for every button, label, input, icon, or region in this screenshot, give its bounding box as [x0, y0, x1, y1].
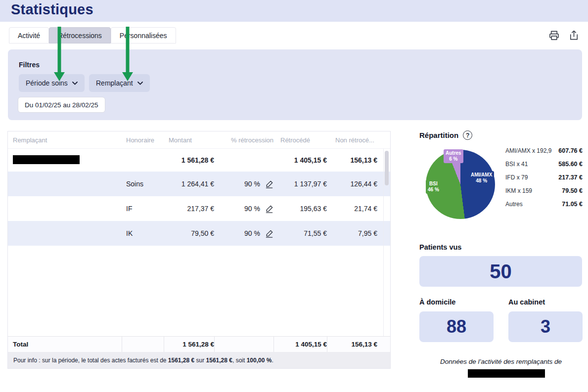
header-pct-retrocession: % rétrocession [214, 136, 273, 144]
pie-label-autres: Autres 6 % [444, 149, 463, 163]
printer-icon [548, 30, 560, 41]
table-scrollbar [383, 149, 390, 336]
total-label: Total [8, 337, 122, 352]
table-row-summary: 1 561,28 € 1 405,15 € 156,13 € [8, 149, 390, 172]
edit-pct-button[interactable] [265, 229, 273, 238]
toolbar-icons [547, 29, 580, 42]
header-montant: Montant [164, 136, 214, 144]
repartition-pie-chart: Autres 6 % AMI/AMX 48 % BSI 46 % [424, 148, 497, 220]
repartition-header: Répartition ? [419, 131, 472, 140]
table-scrollbar-thumb[interactable] [385, 151, 389, 185]
tab-activite[interactable]: Activité [9, 27, 49, 44]
cell-montant: 217,37 € [164, 205, 214, 213]
cell-montant: 79,50 € [164, 229, 214, 237]
footnote-total-facture: 1561,28 € [168, 357, 194, 364]
header-remplacant: Remplaçant [8, 136, 122, 144]
total-retrocede: 1 405,15 € [273, 337, 327, 352]
summary-retrocede: 1 405,15 € [273, 156, 327, 164]
chevron-down-icon [72, 82, 78, 85]
a-domicile-label: À domicile [419, 298, 455, 306]
patients-vus-label: Patients vus [419, 243, 461, 251]
export-button[interactable] [567, 29, 580, 42]
cell-retrocede: 1 137,97 € [273, 180, 327, 188]
footnote-text: Pour info : sur la période, le total des… [13, 357, 168, 364]
table-empty-area [8, 246, 390, 336]
filters-panel: Filtres Période soins Remplaçant Du 01/0… [8, 49, 582, 120]
tab-retrocessions[interactable]: Rétrocessions [49, 27, 111, 44]
periode-soins-dropdown[interactable]: Période soins [19, 74, 85, 92]
table-header-row: Remplaçant Honoraire Montant % rétrocess… [8, 131, 390, 149]
cell-pct: 90 % [244, 180, 260, 188]
au-cabinet-value: 3 [541, 316, 550, 337]
footer-note: Données de l’activité des remplaçants de [419, 358, 583, 365]
patients-vus-box: 50 [419, 256, 582, 287]
table-row-ik: IK 79,50 € 90 % 71,55 € 7,95 € [8, 221, 390, 246]
tab-personnalisees[interactable]: Personnalisées [111, 27, 176, 44]
table-total-row: Total 1 561,28 € 1 405,15 € 156,13 € [8, 336, 390, 352]
cell-non-retrocede: 7,95 € [327, 229, 377, 237]
periode-soins-label: Période soins [26, 79, 68, 87]
cell-non-retrocede: 126,44 € [327, 180, 377, 188]
footnote-pourcentage: 100,00 % [247, 357, 272, 364]
repartition-legend: AMI/AMX x 192,9 607.76 € BSI x 41 585.60… [505, 147, 583, 208]
cell-pct: 90 % [244, 205, 260, 213]
retrocessions-table: Remplaçant Honoraire Montant % rétrocess… [7, 131, 391, 369]
table-footnote: Pour info : sur la période, le total des… [8, 352, 390, 368]
table-row-if: IF 217,37 € 90 % 195,63 € 21,74 € [8, 196, 390, 221]
cell-montant: 1 264,41 € [164, 180, 214, 188]
tab-bar: Activité Rétrocessions Personnalisées [9, 27, 176, 44]
au-cabinet-box: 3 [508, 311, 583, 342]
header-retrocede: Rétrocédé [273, 136, 327, 144]
chevron-down-icon [137, 82, 143, 85]
pie-label-bsi: BSI 46 % [426, 180, 441, 194]
a-domicile-value: 88 [447, 316, 466, 337]
summary-montant: 1 561,28 € [164, 156, 214, 164]
date-range-chip[interactable]: Du 01/02/25 au 28/02/25 [18, 97, 105, 113]
remplacant-label: Remplaçant [96, 79, 133, 87]
header-honoraire: Honoraire [122, 136, 164, 144]
statistics-page: Statistiques Activité Rétrocessions Pers… [0, 0, 588, 392]
legend-item: IKM x 159 79.50 € [505, 187, 583, 194]
remplacant-dropdown[interactable]: Remplaçant [89, 74, 150, 92]
cell-pct: 90 % [244, 229, 260, 237]
legend-item: BSI x 41 585.60 € [505, 161, 583, 168]
header-non-retrocede: Non rétrocé... [327, 136, 377, 144]
edit-pct-button[interactable] [265, 180, 273, 188]
cell-honoraire: IF [122, 205, 164, 213]
legend-item: AMI/AMX x 192,9 607.76 € [505, 147, 583, 154]
print-button[interactable] [547, 29, 560, 42]
patients-vus-value: 50 [490, 261, 512, 283]
cell-retrocede: 71,55 € [273, 229, 327, 237]
cell-non-retrocede: 21,74 € [327, 205, 377, 213]
total-non-retrocede: 156,13 € [327, 337, 377, 352]
table-body: 1 561,28 € 1 405,15 € 156,13 € Soins 1 2… [8, 149, 390, 336]
pencil-icon [265, 229, 273, 238]
a-domicile-box: 88 [419, 311, 494, 342]
repartition-title: Répartition [419, 131, 458, 139]
cell-honoraire: Soins [122, 180, 164, 188]
cell-honoraire: IK [122, 229, 164, 237]
pencil-icon [265, 205, 273, 213]
summary-non-retrocede: 156,13 € [327, 156, 377, 164]
legend-item: IFD x 79 217.37 € [505, 174, 583, 181]
help-icon[interactable]: ? [463, 131, 472, 140]
share-icon [568, 30, 580, 41]
pie-label-ami-amx: AMI/AMX 48 % [469, 171, 494, 185]
cell-retrocede: 195,63 € [273, 205, 327, 213]
pencil-icon [265, 180, 273, 188]
footnote-total-periode: 1561,28 € [206, 357, 232, 364]
redacted-remplacant-name [13, 155, 80, 164]
edit-pct-button[interactable] [265, 205, 273, 213]
au-cabinet-label: Au cabinet [508, 298, 545, 306]
table-row-soins: Soins 1 264,41 € 90 % 1 137,97 € 126,44 … [8, 172, 390, 196]
legend-item: Autres 71.05 € [505, 201, 583, 208]
page-title: Statistiques [11, 1, 93, 18]
filters-title: Filtres [19, 61, 40, 69]
total-montant: 1 561,28 € [164, 337, 214, 352]
redacted-remplacant-footer [468, 369, 545, 378]
